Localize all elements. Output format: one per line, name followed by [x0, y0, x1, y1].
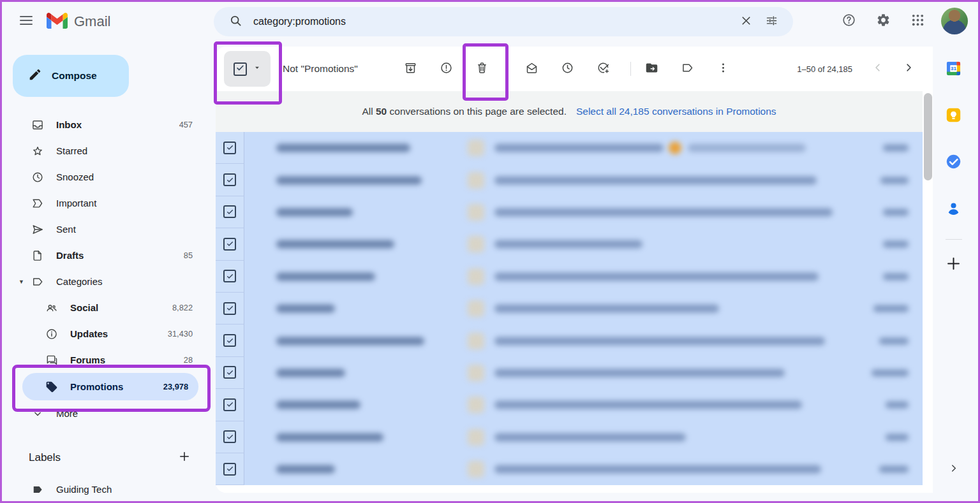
email-row[interactable] [216, 164, 923, 196]
clear-search-button[interactable] [733, 9, 759, 34]
keep-icon [945, 106, 962, 126]
email-row[interactable] [216, 421, 923, 453]
sidebar-item-drafts[interactable]: Drafts85 [2, 242, 216, 268]
row-checkbox[interactable] [216, 293, 244, 324]
get-addons-button[interactable] [945, 256, 963, 273]
important-icon [31, 197, 44, 210]
more-button[interactable] [710, 56, 736, 82]
email-row[interactable] [216, 453, 923, 485]
archive-button[interactable] [397, 56, 423, 82]
caret-down-icon[interactable] [253, 63, 262, 75]
calendar-panel-button[interactable]: 31 [945, 61, 963, 78]
avatar[interactable] [941, 8, 968, 34]
email-row[interactable] [216, 293, 923, 324]
sidebar-item-categories[interactable]: ▼Categories [2, 268, 216, 295]
email-row[interactable] [216, 132, 923, 164]
add-task-icon [597, 61, 610, 77]
blurred-date [872, 369, 909, 376]
search-input[interactable] [252, 15, 733, 28]
label-button[interactable] [674, 56, 700, 82]
report-spam-icon [440, 61, 453, 77]
tasks-panel-button[interactable] [945, 154, 963, 171]
sidebar-item-label: Forums [70, 354, 184, 365]
sidebar-nav: Inbox457StarredSnoozedImportantSentDraft… [2, 112, 216, 426]
row-content [244, 389, 923, 421]
expand-side-panel-button[interactable] [942, 458, 965, 481]
blurred-sender [276, 240, 394, 249]
sidebar-item-more[interactable]: More [2, 400, 216, 426]
sidebar-item-inbox[interactable]: Inbox457 [2, 112, 216, 138]
report-spam-button[interactable] [433, 56, 459, 82]
snooze-button[interactable] [554, 56, 580, 82]
row-checkbox[interactable] [216, 389, 244, 421]
sidebar-item-label: Sent [56, 224, 193, 235]
sidebar-item-snoozed[interactable]: Snoozed [2, 164, 216, 190]
label-item-text: Guiding Tech [56, 484, 193, 495]
toolbar-divider [630, 62, 631, 76]
row-checkbox[interactable] [216, 453, 244, 485]
email-row[interactable] [216, 261, 923, 293]
settings-button[interactable] [870, 8, 896, 34]
sidebar-item-label: Categories [56, 276, 193, 287]
search-button[interactable] [223, 9, 248, 34]
search-options-button[interactable] [759, 9, 784, 34]
contacts-panel-button[interactable] [945, 200, 963, 218]
select-all-button[interactable] [224, 51, 271, 87]
google-apps-button[interactable] [904, 8, 931, 34]
select-all-checkbox[interactable] [234, 62, 247, 76]
add-task-button[interactable] [590, 56, 616, 82]
sidebar-item-important[interactable]: Important [2, 190, 216, 216]
sidebar-item-starred[interactable]: Starred [2, 138, 216, 164]
row-content [244, 357, 923, 389]
pagination: 1–50 of 24,185 [797, 56, 921, 82]
row-checkbox[interactable] [216, 196, 244, 228]
support-button[interactable] [835, 8, 862, 34]
create-label-button[interactable] [175, 448, 194, 467]
sidebar-item-sent[interactable]: Sent [2, 216, 216, 242]
row-checkbox[interactable] [216, 228, 244, 260]
tune-icon [765, 14, 778, 30]
row-checkbox[interactable] [216, 324, 244, 356]
select-all-conversations-link[interactable]: Select all 24,185 conversations in Promo… [576, 106, 776, 117]
row-checkbox[interactable] [216, 261, 244, 293]
mark-read-button[interactable] [519, 56, 544, 82]
newer-page-button[interactable] [865, 56, 891, 82]
delete-button[interactable] [469, 56, 494, 82]
blurred-subject-extra [688, 144, 806, 152]
row-content [244, 132, 923, 164]
search-bar[interactable] [214, 7, 793, 36]
move-to-button[interactable] [639, 56, 664, 82]
sidebar-item-forums[interactable]: Forums28 [2, 347, 216, 373]
gmail-logo: Gmail [47, 13, 110, 31]
blurred-date [886, 402, 909, 409]
email-row[interactable] [216, 228, 923, 260]
blurred-subject [494, 240, 642, 249]
hamburger-icon [19, 13, 34, 31]
sidebar-item-count: 457 [179, 120, 193, 129]
email-row[interactable] [216, 196, 923, 228]
blurred-chip [468, 333, 484, 349]
row-checkbox[interactable] [216, 357, 244, 389]
compose-button[interactable]: Compose [13, 55, 129, 97]
row-checkbox[interactable] [216, 132, 244, 164]
email-row[interactable] [216, 389, 923, 421]
svg-text:31: 31 [951, 66, 956, 71]
sidebar-item-updates[interactable]: Updates31,430 [2, 321, 216, 347]
mail-toolbar: Not "Promotions" 1–50 of 24,185 [216, 47, 933, 91]
older-page-button[interactable] [896, 56, 921, 82]
email-row[interactable] [216, 357, 923, 389]
row-checkbox[interactable] [216, 164, 244, 196]
blurred-subject [494, 368, 785, 377]
mail-card: Not "Promotions" 1–50 of 24,185 All 50 c… [216, 47, 933, 493]
sidebar-item-promotions[interactable]: Promotions23,978 [22, 373, 198, 400]
sidebar-item-count: 28 [184, 355, 193, 365]
sidebar-item-label: Updates [70, 328, 168, 339]
label-item-guiding-tech[interactable]: Guiding Tech [2, 476, 216, 502]
email-row[interactable] [216, 324, 923, 356]
main-menu-button[interactable] [11, 6, 41, 37]
toolbar-group-2 [519, 56, 616, 82]
keep-panel-button[interactable] [945, 107, 963, 125]
expander-icon[interactable]: ▼ [19, 279, 24, 285]
row-checkbox[interactable] [216, 421, 244, 453]
sidebar-item-social[interactable]: Social8,822 [2, 295, 216, 321]
